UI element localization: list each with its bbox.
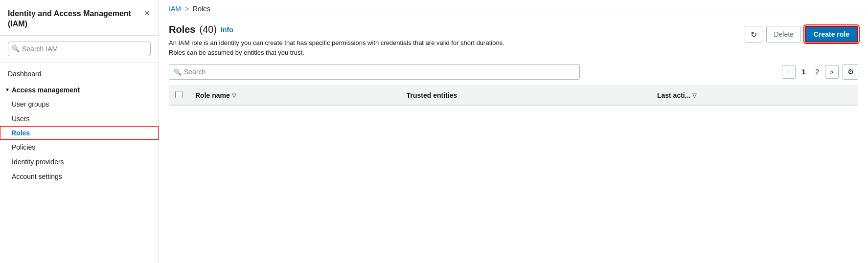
search-bar-row: 🔍 < 1 2 > ⚙ <box>169 64 858 80</box>
table-settings-button[interactable]: ⚙ <box>843 64 858 80</box>
table-header: Role name ▽ Trusted entities Last acti..… <box>169 86 858 106</box>
info-link[interactable]: Info <box>221 26 233 34</box>
page-description: An IAM role is an identity you can creat… <box>169 38 511 57</box>
content-area: Roles (40) Info An IAM role is an identi… <box>159 16 868 263</box>
sidebar-item-account-settings[interactable]: Account settings <box>0 169 159 184</box>
page-header-actions: ↻ Delete Create role <box>745 26 858 43</box>
trusted-entities-column: Trusted entities <box>400 86 650 106</box>
page-title-row: Roles (40) Info <box>169 24 745 35</box>
refresh-button[interactable]: ↻ <box>745 26 762 43</box>
sidebar-item-user-groups[interactable]: User groups <box>0 97 159 111</box>
pagination-page1[interactable]: 1 <box>798 68 809 76</box>
page-count: (40) <box>199 24 217 35</box>
sidebar-header: Identity and Access Management (IAM) × <box>0 0 159 36</box>
select-all-column <box>169 86 189 106</box>
access-management-section[interactable]: ▼ Access management <box>0 81 159 97</box>
role-name-sort-icon[interactable]: ▽ <box>232 92 236 99</box>
sidebar-close-button[interactable]: × <box>143 9 151 18</box>
table-search-input[interactable] <box>169 64 580 80</box>
select-all-checkbox[interactable] <box>175 91 183 98</box>
pagination-page2[interactable]: 2 <box>811 68 823 76</box>
sidebar-title: Identity and Access Management (IAM) <box>8 9 143 29</box>
sidebar-item-identity-providers[interactable]: Identity providers <box>0 154 159 169</box>
sidebar-item-dashboard[interactable]: Dashboard <box>0 66 159 81</box>
delete-button[interactable]: Delete <box>766 26 800 43</box>
create-role-button[interactable]: Create role <box>805 26 858 43</box>
section-arrow-icon: ▼ <box>5 87 10 92</box>
main-content: IAM > Roles Roles (40) Info An IAM role … <box>159 0 868 263</box>
sidebar: Identity and Access Management (IAM) × 🔍… <box>0 0 159 263</box>
breadcrumb: IAM > Roles <box>159 0 868 16</box>
last-activity-sort-icon[interactable]: ▽ <box>692 92 696 99</box>
breadcrumb-separator: > <box>185 5 189 13</box>
search-input[interactable] <box>8 42 151 56</box>
pagination-prev-button[interactable]: < <box>782 65 796 79</box>
sidebar-item-users[interactable]: Users <box>0 111 159 126</box>
table-header-row: Role name ▽ Trusted entities Last acti..… <box>169 86 858 106</box>
search-icon: 🔍 <box>12 45 20 52</box>
role-name-column-label: Role name <box>195 91 230 99</box>
page-header-left: Roles (40) Info An IAM role is an identi… <box>169 24 745 57</box>
last-activity-column-label: Last acti... <box>657 91 690 99</box>
table-search-wrapper: 🔍 <box>169 64 580 80</box>
pagination-controls: < 1 2 > <box>782 65 839 79</box>
trusted-entities-column-label: Trusted entities <box>407 91 457 99</box>
last-activity-column: Last acti... ▽ <box>650 86 858 106</box>
sidebar-item-policies[interactable]: Policies <box>0 140 159 154</box>
roles-table: Role name ▽ Trusted entities Last acti..… <box>169 86 858 106</box>
access-management-label: Access management <box>12 86 80 94</box>
sidebar-item-roles[interactable]: Roles <box>0 126 159 140</box>
breadcrumb-iam-link[interactable]: IAM <box>169 5 181 13</box>
page-title: Roles <box>169 24 195 35</box>
role-name-column: Role name ▽ <box>188 86 400 106</box>
pagination-next-button[interactable]: > <box>825 65 839 79</box>
breadcrumb-current: Roles <box>193 5 210 13</box>
sidebar-search-container: 🔍 <box>0 36 159 63</box>
sidebar-search-wrapper: 🔍 <box>8 42 151 56</box>
table-search-icon: 🔍 <box>174 68 182 76</box>
page-header: Roles (40) Info An IAM role is an identi… <box>169 24 858 57</box>
sidebar-nav: Dashboard ▼ Access management User group… <box>0 63 159 263</box>
